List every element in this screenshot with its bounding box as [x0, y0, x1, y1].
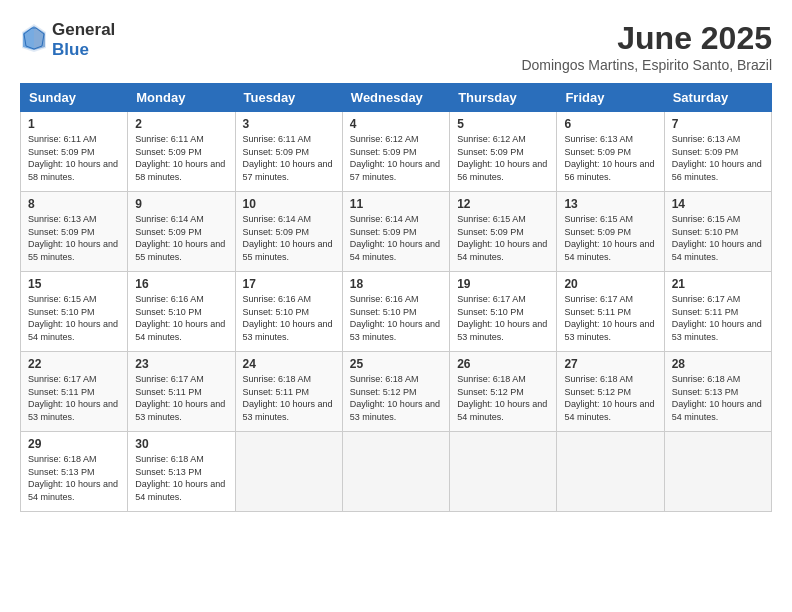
- day-info: Sunrise: 6:12 AM Sunset: 5:09 PM Dayligh…: [457, 134, 547, 182]
- day-number: 14: [672, 197, 764, 211]
- logo-icon: [20, 22, 48, 58]
- header: General Blue June 2025 Domingos Martins,…: [20, 20, 772, 73]
- calendar-cell: [235, 432, 342, 512]
- calendar-cell: 18 Sunrise: 6:16 AM Sunset: 5:10 PM Dayl…: [342, 272, 449, 352]
- day-number: 13: [564, 197, 656, 211]
- calendar-cell: 7 Sunrise: 6:13 AM Sunset: 5:09 PM Dayli…: [664, 112, 771, 192]
- calendar-cell: [342, 432, 449, 512]
- calendar-cell: 19 Sunrise: 6:17 AM Sunset: 5:10 PM Dayl…: [450, 272, 557, 352]
- calendar-cell: 20 Sunrise: 6:17 AM Sunset: 5:11 PM Dayl…: [557, 272, 664, 352]
- day-info: Sunrise: 6:18 AM Sunset: 5:12 PM Dayligh…: [350, 374, 440, 422]
- calendar-cell: 25 Sunrise: 6:18 AM Sunset: 5:12 PM Dayl…: [342, 352, 449, 432]
- col-saturday: Saturday: [664, 84, 771, 112]
- calendar-cell: 10 Sunrise: 6:14 AM Sunset: 5:09 PM Dayl…: [235, 192, 342, 272]
- day-number: 26: [457, 357, 549, 371]
- calendar-week-row: 15 Sunrise: 6:15 AM Sunset: 5:10 PM Dayl…: [21, 272, 772, 352]
- day-info: Sunrise: 6:11 AM Sunset: 5:09 PM Dayligh…: [243, 134, 333, 182]
- day-info: Sunrise: 6:13 AM Sunset: 5:09 PM Dayligh…: [28, 214, 118, 262]
- day-info: Sunrise: 6:17 AM Sunset: 5:11 PM Dayligh…: [28, 374, 118, 422]
- logo: General Blue: [20, 20, 115, 60]
- calendar-cell: 22 Sunrise: 6:17 AM Sunset: 5:11 PM Dayl…: [21, 352, 128, 432]
- day-info: Sunrise: 6:14 AM Sunset: 5:09 PM Dayligh…: [135, 214, 225, 262]
- day-number: 12: [457, 197, 549, 211]
- calendar-cell: 17 Sunrise: 6:16 AM Sunset: 5:10 PM Dayl…: [235, 272, 342, 352]
- day-info: Sunrise: 6:17 AM Sunset: 5:11 PM Dayligh…: [135, 374, 225, 422]
- day-info: Sunrise: 6:14 AM Sunset: 5:09 PM Dayligh…: [350, 214, 440, 262]
- day-number: 15: [28, 277, 120, 291]
- calendar-cell: [664, 432, 771, 512]
- day-info: Sunrise: 6:12 AM Sunset: 5:09 PM Dayligh…: [350, 134, 440, 182]
- calendar-cell: 24 Sunrise: 6:18 AM Sunset: 5:11 PM Dayl…: [235, 352, 342, 432]
- day-number: 22: [28, 357, 120, 371]
- col-friday: Friday: [557, 84, 664, 112]
- day-number: 4: [350, 117, 442, 131]
- logo-general: General: [52, 20, 115, 39]
- calendar-cell: 30 Sunrise: 6:18 AM Sunset: 5:13 PM Dayl…: [128, 432, 235, 512]
- day-info: Sunrise: 6:15 AM Sunset: 5:09 PM Dayligh…: [564, 214, 654, 262]
- col-monday: Monday: [128, 84, 235, 112]
- day-number: 6: [564, 117, 656, 131]
- calendar-cell: 13 Sunrise: 6:15 AM Sunset: 5:09 PM Dayl…: [557, 192, 664, 272]
- day-number: 25: [350, 357, 442, 371]
- calendar-cell: 8 Sunrise: 6:13 AM Sunset: 5:09 PM Dayli…: [21, 192, 128, 272]
- day-info: Sunrise: 6:18 AM Sunset: 5:12 PM Dayligh…: [457, 374, 547, 422]
- calendar-cell: 6 Sunrise: 6:13 AM Sunset: 5:09 PM Dayli…: [557, 112, 664, 192]
- logo-blue: Blue: [52, 40, 89, 59]
- day-number: 5: [457, 117, 549, 131]
- day-info: Sunrise: 6:16 AM Sunset: 5:10 PM Dayligh…: [350, 294, 440, 342]
- day-number: 24: [243, 357, 335, 371]
- col-wednesday: Wednesday: [342, 84, 449, 112]
- logo-text: General Blue: [52, 20, 115, 60]
- day-number: 28: [672, 357, 764, 371]
- title-area: June 2025 Domingos Martins, Espirito San…: [521, 20, 772, 73]
- location-title: Domingos Martins, Espirito Santo, Brazil: [521, 57, 772, 73]
- day-info: Sunrise: 6:18 AM Sunset: 5:13 PM Dayligh…: [135, 454, 225, 502]
- calendar-week-row: 1 Sunrise: 6:11 AM Sunset: 5:09 PM Dayli…: [21, 112, 772, 192]
- day-info: Sunrise: 6:15 AM Sunset: 5:10 PM Dayligh…: [28, 294, 118, 342]
- day-info: Sunrise: 6:13 AM Sunset: 5:09 PM Dayligh…: [672, 134, 762, 182]
- calendar-cell: 23 Sunrise: 6:17 AM Sunset: 5:11 PM Dayl…: [128, 352, 235, 432]
- day-number: 3: [243, 117, 335, 131]
- calendar-cell: 29 Sunrise: 6:18 AM Sunset: 5:13 PM Dayl…: [21, 432, 128, 512]
- day-info: Sunrise: 6:11 AM Sunset: 5:09 PM Dayligh…: [28, 134, 118, 182]
- day-info: Sunrise: 6:18 AM Sunset: 5:12 PM Dayligh…: [564, 374, 654, 422]
- day-info: Sunrise: 6:16 AM Sunset: 5:10 PM Dayligh…: [243, 294, 333, 342]
- day-number: 20: [564, 277, 656, 291]
- day-info: Sunrise: 6:17 AM Sunset: 5:11 PM Dayligh…: [564, 294, 654, 342]
- calendar-week-row: 29 Sunrise: 6:18 AM Sunset: 5:13 PM Dayl…: [21, 432, 772, 512]
- calendar-cell: 14 Sunrise: 6:15 AM Sunset: 5:10 PM Dayl…: [664, 192, 771, 272]
- day-number: 16: [135, 277, 227, 291]
- calendar-cell: 15 Sunrise: 6:15 AM Sunset: 5:10 PM Dayl…: [21, 272, 128, 352]
- calendar-cell: 26 Sunrise: 6:18 AM Sunset: 5:12 PM Dayl…: [450, 352, 557, 432]
- calendar-cell: 5 Sunrise: 6:12 AM Sunset: 5:09 PM Dayli…: [450, 112, 557, 192]
- day-number: 10: [243, 197, 335, 211]
- calendar-cell: 11 Sunrise: 6:14 AM Sunset: 5:09 PM Dayl…: [342, 192, 449, 272]
- calendar-body: 1 Sunrise: 6:11 AM Sunset: 5:09 PM Dayli…: [21, 112, 772, 512]
- day-info: Sunrise: 6:17 AM Sunset: 5:10 PM Dayligh…: [457, 294, 547, 342]
- calendar-header-row: Sunday Monday Tuesday Wednesday Thursday…: [21, 84, 772, 112]
- day-info: Sunrise: 6:18 AM Sunset: 5:11 PM Dayligh…: [243, 374, 333, 422]
- col-sunday: Sunday: [21, 84, 128, 112]
- calendar-cell: 21 Sunrise: 6:17 AM Sunset: 5:11 PM Dayl…: [664, 272, 771, 352]
- day-number: 17: [243, 277, 335, 291]
- calendar-cell: 28 Sunrise: 6:18 AM Sunset: 5:13 PM Dayl…: [664, 352, 771, 432]
- day-info: Sunrise: 6:18 AM Sunset: 5:13 PM Dayligh…: [28, 454, 118, 502]
- day-number: 7: [672, 117, 764, 131]
- day-number: 11: [350, 197, 442, 211]
- day-number: 29: [28, 437, 120, 451]
- calendar-cell: 1 Sunrise: 6:11 AM Sunset: 5:09 PM Dayli…: [21, 112, 128, 192]
- day-info: Sunrise: 6:13 AM Sunset: 5:09 PM Dayligh…: [564, 134, 654, 182]
- day-info: Sunrise: 6:15 AM Sunset: 5:10 PM Dayligh…: [672, 214, 762, 262]
- day-info: Sunrise: 6:15 AM Sunset: 5:09 PM Dayligh…: [457, 214, 547, 262]
- day-number: 21: [672, 277, 764, 291]
- calendar-cell: 27 Sunrise: 6:18 AM Sunset: 5:12 PM Dayl…: [557, 352, 664, 432]
- calendar-cell: 16 Sunrise: 6:16 AM Sunset: 5:10 PM Dayl…: [128, 272, 235, 352]
- calendar-week-row: 8 Sunrise: 6:13 AM Sunset: 5:09 PM Dayli…: [21, 192, 772, 272]
- day-info: Sunrise: 6:17 AM Sunset: 5:11 PM Dayligh…: [672, 294, 762, 342]
- calendar-cell: 4 Sunrise: 6:12 AM Sunset: 5:09 PM Dayli…: [342, 112, 449, 192]
- col-thursday: Thursday: [450, 84, 557, 112]
- day-info: Sunrise: 6:14 AM Sunset: 5:09 PM Dayligh…: [243, 214, 333, 262]
- day-number: 2: [135, 117, 227, 131]
- day-info: Sunrise: 6:18 AM Sunset: 5:13 PM Dayligh…: [672, 374, 762, 422]
- day-number: 8: [28, 197, 120, 211]
